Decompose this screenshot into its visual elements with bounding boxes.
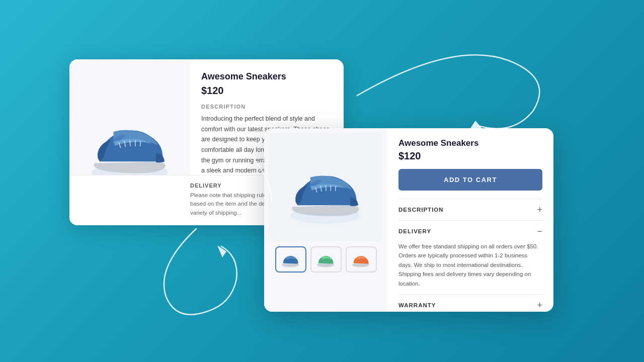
accordion-description-header[interactable]: DESCRIPTION + bbox=[398, 199, 542, 220]
svg-line-5 bbox=[130, 140, 130, 146]
svg-line-13 bbox=[336, 186, 336, 191]
back-product-name: Awesome Sneakers bbox=[201, 71, 333, 82]
svg-marker-1 bbox=[217, 245, 226, 257]
accordion-description-label: DESCRIPTION bbox=[398, 207, 444, 213]
thumbnail-green[interactable] bbox=[310, 246, 342, 273]
thumbnail-blue[interactable] bbox=[275, 246, 306, 273]
shoe-image-front bbox=[275, 139, 377, 236]
accordion-warranty: WARRANTY + bbox=[398, 294, 542, 312]
accordion-description-icon: + bbox=[537, 205, 542, 214]
accordion-warranty-header[interactable]: WARRANTY + bbox=[398, 295, 542, 312]
front-product-name: Awesome Sneakers bbox=[398, 138, 542, 148]
add-to-cart-button[interactable]: ADD TO CART bbox=[398, 169, 542, 191]
accordion-delivery: DELIVERY − We offer free standard shippi… bbox=[398, 220, 542, 294]
thumbnail-row bbox=[270, 246, 382, 278]
front-info-panel: Awesome Sneakers $120 ADD TO CART DESCRI… bbox=[387, 128, 553, 312]
svg-line-11 bbox=[326, 185, 327, 191]
accordion-description: DESCRIPTION + bbox=[398, 199, 542, 220]
svg-line-7 bbox=[140, 141, 141, 146]
front-product-price: $120 bbox=[398, 150, 542, 162]
accordion-delivery-body: We offer free standard shipping on all o… bbox=[398, 242, 542, 294]
accordion-warranty-icon: + bbox=[537, 301, 542, 310]
accordion-delivery-label: DELIVERY bbox=[398, 228, 431, 234]
front-main-image bbox=[269, 133, 382, 241]
thumbnail-orange[interactable] bbox=[346, 246, 377, 273]
accordion-warranty-label: WARRANTY bbox=[398, 302, 436, 308]
accordion-delivery-icon: − bbox=[537, 227, 542, 236]
product-card-front: Awesome Sneakers $120 ADD TO CART DESCRI… bbox=[264, 128, 553, 312]
back-description-label: DESCRIPTION bbox=[201, 104, 333, 110]
accordion-delivery-header[interactable]: DELIVERY − bbox=[398, 221, 542, 242]
back-product-price: $120 bbox=[201, 85, 333, 97]
front-image-column bbox=[264, 128, 387, 312]
